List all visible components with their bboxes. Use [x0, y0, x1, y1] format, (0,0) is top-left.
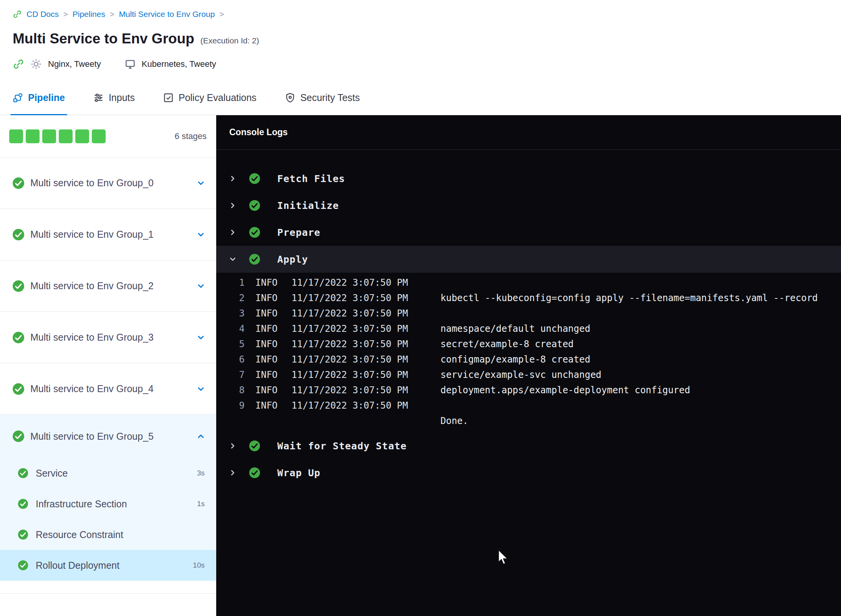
chevron-up-icon[interactable]: [196, 432, 205, 441]
stage-label: Multi service to Env Group_3: [30, 332, 196, 343]
breadcrumb-link-cd-docs[interactable]: CD Docs: [26, 10, 59, 19]
breadcrumb-link-pipeline-name[interactable]: Multi Service to Env Group: [119, 10, 215, 19]
log-message: secret/example-8 created: [440, 339, 574, 349]
success-check-icon: [18, 499, 28, 509]
console-step[interactable]: Fetch Files: [216, 165, 841, 192]
pipeline-icon: [13, 93, 23, 103]
stage-label: Multi service to Env Group_1: [30, 229, 196, 240]
log-level: INFO: [255, 323, 280, 334]
success-check-icon: [249, 227, 260, 238]
log-line: 1INFO11/17/2022 3:07:50 PM: [216, 275, 841, 290]
success-check-icon: [249, 440, 260, 451]
success-check-icon: [13, 431, 24, 442]
stage-label: Multi service to Env Group_4: [30, 383, 196, 394]
step-row[interactable]: Service3s: [0, 458, 216, 488]
stage-progress-square: [92, 129, 106, 143]
log-line-number: 1: [216, 277, 245, 288]
link-icon: [13, 10, 22, 19]
log-timestamp: 11/17/2022 3:07:50 PM: [291, 385, 427, 396]
gear-icon: [30, 58, 42, 70]
chevron-right-icon[interactable]: [228, 469, 237, 477]
console-step[interactable]: Apply: [216, 246, 841, 273]
success-check-icon: [13, 229, 24, 240]
stage-row[interactable]: Multi service to Env Group_5: [0, 415, 216, 458]
console-step-label: Fetch Files: [277, 173, 345, 184]
stage-label: Multi service to Env Group_0: [30, 177, 196, 189]
stages-count-label: 6 stages: [175, 131, 207, 141]
stage-row[interactable]: Multi service to Env Group_1: [0, 209, 216, 260]
tab-inputs[interactable]: Inputs: [93, 81, 135, 115]
tab-policy-evaluations[interactable]: Policy Evaluations: [163, 81, 257, 115]
tab-pipeline[interactable]: Pipeline: [13, 81, 65, 115]
page: CD Docs > Pipelines > Multi Service to E…: [0, 0, 841, 616]
stage-row[interactable]: Multi service to Env Group_3: [0, 312, 216, 363]
stage-progress-square: [75, 129, 89, 143]
success-check-icon: [18, 468, 28, 478]
log-line: 8INFO11/17/2022 3:07:50 PMdeployment.app…: [216, 383, 841, 398]
chevron-down-icon[interactable]: [196, 230, 205, 239]
log-message: namespace/default unchanged: [440, 323, 590, 334]
step-label: Resource Constraint: [36, 529, 205, 540]
success-check-icon: [13, 280, 24, 292]
console-step-label: Initialize: [277, 200, 339, 211]
console-step[interactable]: Wait for Steady State: [216, 432, 841, 459]
success-check-icon: [249, 254, 260, 265]
step-row[interactable]: Infrastructure Section1s: [0, 488, 216, 519]
tab-label: Policy Evaluations: [179, 92, 257, 103]
stage-row[interactable]: Multi service to Env Group_0: [0, 157, 216, 209]
stage-row[interactable]: Multi service to Env Group_4: [0, 363, 216, 415]
log-level: INFO: [255, 400, 280, 411]
environments-icon: [125, 59, 136, 70]
log-level: INFO: [255, 369, 280, 380]
success-check-icon: [249, 173, 260, 184]
log-message: deployment.apps/example-deployment confi…: [440, 385, 690, 396]
log-level: INFO: [255, 277, 280, 288]
success-check-icon: [18, 530, 28, 540]
mouse-cursor: [496, 549, 510, 566]
log-level: INFO: [255, 308, 280, 319]
log-level: INFO: [255, 293, 280, 303]
tab-label: Inputs: [109, 92, 135, 103]
log-timestamp: 11/17/2022 3:07:50 PM: [291, 354, 427, 365]
expanded-stage-group: Multi service to Env Group_5Service3sInf…: [0, 415, 216, 581]
log-timestamp: 11/17/2022 3:07:50 PM: [291, 293, 427, 303]
step-duration: 1s: [197, 500, 205, 508]
step-row[interactable]: Rollout Deployment10s: [0, 550, 216, 581]
chevron-right-icon[interactable]: [228, 442, 237, 450]
log-level: INFO: [255, 385, 280, 396]
page-header: CD Docs > Pipelines > Multi Service to E…: [0, 0, 841, 115]
success-check-icon: [13, 177, 24, 189]
log-line: 9INFO11/17/2022 3:07:50 PM: [216, 398, 841, 413]
title-row: Multi Service to Env Group (Execution Id…: [0, 31, 841, 47]
chevron-down-icon[interactable]: [196, 384, 205, 394]
stage-progress-square: [26, 129, 40, 143]
stage-row[interactable]: Multi service to Env Group_2: [0, 260, 216, 312]
log-timestamp: 11/17/2022 3:07:50 PM: [291, 323, 427, 334]
services-label: Nginx, Tweety: [48, 59, 101, 69]
tab-bar: Pipeline Inputs Policy Evaluations Secur…: [0, 81, 841, 115]
tab-label: Security Tests: [300, 92, 360, 103]
environments-label: Kubernetes, Tweety: [142, 59, 216, 69]
chevron-right-icon[interactable]: [228, 174, 237, 183]
console-step-label: Apply: [277, 254, 308, 265]
chevron-right-icon[interactable]: [228, 201, 237, 210]
console-panel: Console Logs Fetch FilesInitializePrepar…: [216, 115, 841, 616]
services-link-icon: [13, 58, 24, 70]
step-row[interactable]: Resource Constraint: [0, 519, 216, 550]
inputs-icon: [93, 93, 104, 103]
console-step[interactable]: Initialize: [216, 192, 841, 219]
chevron-down-icon[interactable]: [228, 255, 237, 263]
log-line-number: 6: [216, 354, 245, 365]
stage-progress-squares: [9, 129, 106, 143]
chevron-down-icon[interactable]: [196, 179, 205, 188]
log-line: 5INFO11/17/2022 3:07:50 PMsecret/example…: [216, 336, 841, 352]
log-line-number: 2: [216, 293, 245, 303]
console-step[interactable]: Prepare: [216, 219, 841, 246]
tab-security-tests[interactable]: Security Tests: [285, 81, 360, 115]
chevron-down-icon[interactable]: [196, 282, 205, 291]
breadcrumb-link-pipelines[interactable]: Pipelines: [73, 10, 105, 19]
chevron-down-icon[interactable]: [196, 333, 205, 342]
chevron-right-icon[interactable]: [228, 228, 237, 237]
breadcrumb-separator: >: [110, 10, 114, 19]
console-step[interactable]: Wrap Up: [216, 459, 841, 486]
